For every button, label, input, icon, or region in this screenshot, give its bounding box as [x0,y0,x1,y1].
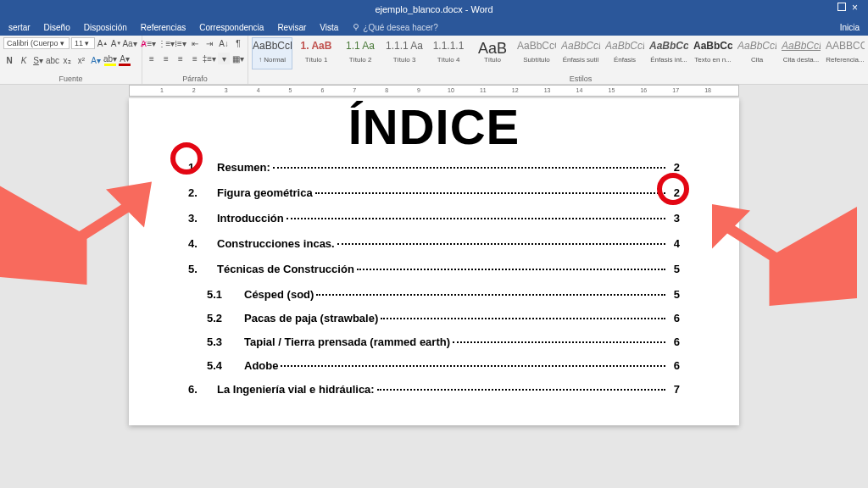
style-tile-7[interactable]: AaBbCcDcÉnfasis sutil [560,37,601,69]
change-case-icon[interactable]: Aa▾ [124,37,136,49]
toc-entry: 5.2Pacas de paja (strawbale)6 [188,312,680,324]
style-tile-13[interactable]: AABBCCDCReferencia... [825,37,865,69]
styles-gallery[interactable]: AaBbCcDc↑ Normal1. AaBTítulo 11.1 AaTítu… [252,37,868,74]
toc-leader [453,341,665,343]
ribbon: Calibri (Cuerpo▾ 11▾ A▲ A▼ Aa▾ A̷ N K S▾… [0,36,868,85]
align-left-icon[interactable]: ≡ [146,53,158,64]
group-estilos: AaBbCcDc↑ Normal1. AaBTítulo 11.1 AaTítu… [248,36,868,84]
ribbon-tabs: sertar Diseño Disposición Referencias Co… [0,19,868,36]
show-marks-icon[interactable]: ¶ [232,37,244,49]
strike-icon[interactable]: abc [47,54,58,66]
toc-entry: 3.Introducción3 [188,212,680,225]
borders-icon[interactable]: ▦▾ [232,53,244,64]
toc-page: 6 [668,336,680,348]
tab-diseno[interactable]: Diseño [37,19,77,36]
group-label-estilos: Estilos [252,74,868,84]
style-tile-12[interactable]: AaBbCcDcCita desta... [781,37,821,69]
sign-in-link[interactable]: Inicia [840,23,860,32]
align-right-icon[interactable]: ≡ [175,53,186,64]
italic-icon[interactable]: K [18,54,30,66]
numbering-icon[interactable]: ⋮≡▾ [160,37,172,49]
shrink-font-icon[interactable]: A▼ [110,37,122,49]
toc-number: 6. [188,383,217,396]
underline-icon[interactable]: S▾ [32,54,44,66]
toc-leader [281,365,665,367]
group-parrafo: ≡▾ ⋮≡▾ ⁞≡▾ ⇤ ⇥ A↓ ¶ ≡ ≡ ≡ ≡ ‡≡▾ ▾ ▦▾ Pár… [142,36,248,84]
toc-text: La Ingeniería vial e hidráulica: [217,383,375,396]
text-effects-icon[interactable]: A▾ [90,54,102,66]
bold-icon[interactable]: N [3,54,15,66]
font-size-value: 11 [75,39,83,47]
font-name-select[interactable]: Calibri (Cuerpo▾ [3,37,70,49]
multilevel-icon[interactable]: ⁞≡▾ [175,37,186,49]
bullets-icon[interactable]: ≡▾ [146,37,158,49]
toc-number: 5.1 [207,288,244,301]
close-icon[interactable]: × [845,0,865,15]
toc-page: 3 [668,212,680,225]
group-label-parrafo: Párrafo [146,74,244,84]
toc-entry: 5.3Tapial / Tierra prensada (rammed eart… [188,336,680,348]
tab-disposicion[interactable]: Disposición [77,19,134,36]
toc-text: Técnicas de Construcción [217,263,354,275]
toc-text: Césped (sod) [244,288,314,301]
svg-point-0 [354,25,359,29]
style-tile-2[interactable]: 1.1 AaTítulo 2 [340,37,381,69]
toc-entry: 5.Técnicas de Construcción5 [188,263,680,275]
toc-leader [316,294,665,296]
tab-insertar[interactable]: sertar [2,19,37,36]
toc-entry: 6.La Ingeniería vial e hidráulica:7 [188,383,680,396]
lightbulb-icon [352,23,360,31]
toc-page: 5 [668,263,680,275]
style-tile-0[interactable]: AaBbCcDc↑ Normal [252,37,292,69]
document-page[interactable]: ÍNDICE 1.Resumen:22.Figura geométrica23.… [129,98,739,425]
line-spacing-icon[interactable]: ‡≡▾ [203,53,215,64]
style-tile-8[interactable]: AaBbCcDcÉnfasis [604,37,645,69]
style-tile-6[interactable]: AaBbCcCSubtítulo [516,37,557,69]
font-size-select[interactable]: 11▾ [71,37,95,49]
sort-icon[interactable]: A↓ [218,37,230,49]
toc-number: 4. [188,237,217,250]
style-tile-11[interactable]: AaBbCcDcCita [737,37,777,69]
highlight-icon[interactable]: ab▾ [104,54,116,66]
group-fuente: Calibri (Cuerpo▾ 11▾ A▲ A▼ Aa▾ A̷ N K S▾… [0,36,142,84]
grow-font-icon[interactable]: A▲ [97,37,108,49]
shading-icon[interactable]: ▾ [218,53,230,64]
toc-entry: 5.1Césped (sod)5 [188,288,680,301]
tab-referencias[interactable]: Referencias [134,19,192,36]
toc-text: Pacas de paja (strawbale) [244,312,378,324]
group-label-fuente: Fuente [3,74,138,84]
horizontal-ruler[interactable]: 123456789101112131415161718 [129,85,739,97]
justify-icon[interactable]: ≡ [189,53,201,64]
toc-text: Construcciones incas. [217,237,335,250]
tell-me-search[interactable]: ¿Qué desea hacer? [352,23,437,32]
style-tile-5[interactable]: AaBTítulo [472,37,513,69]
style-tile-4[interactable]: 1.1.1.1Título 4 [428,37,469,69]
style-tile-9[interactable]: AaBbCcDcÉnfasis int... [648,37,689,69]
toc-leader [315,192,665,194]
font-color-icon[interactable]: A▾ [119,54,131,66]
toc-page: 7 [668,383,680,396]
tab-correspondencia[interactable]: Correspondencia [192,19,270,36]
superscript-icon[interactable]: x² [75,54,87,66]
tab-revisar[interactable]: Revisar [270,19,313,36]
align-center-icon[interactable]: ≡ [160,53,172,64]
indent-icon[interactable]: ⇥ [203,37,215,49]
toc-text: Introducción [217,212,284,225]
tab-vista[interactable]: Vista [313,19,345,36]
toc-page: 4 [668,237,680,250]
style-tile-3[interactable]: 1.1.1 AaTítulo 3 [384,37,425,69]
style-tile-10[interactable]: AaBbCcDcTexto en n... [693,37,733,69]
subscript-icon[interactable]: x₂ [61,54,73,66]
toc-entry: 4.Construcciones incas.4 [188,237,680,250]
title-bar: ejemplo_blanco.docx - Word × [0,0,868,19]
toc-number: 2. [188,186,217,199]
toc-leader [381,318,665,319]
style-tile-1[interactable]: 1. AaBTítulo 1 [296,37,337,69]
toc-page: 6 [668,312,680,324]
outdent-icon[interactable]: ⇤ [189,37,201,49]
toc-entry: 1.Resumen:2 [188,161,680,174]
font-name-value: Calibri (Cuerpo [7,39,58,47]
toc-entry: 2.Figura geométrica2 [188,186,680,199]
toc-number: 5. [188,263,217,275]
workspace: ÍNDICE 1.Resumen:22.Figura geométrica23.… [0,97,868,425]
